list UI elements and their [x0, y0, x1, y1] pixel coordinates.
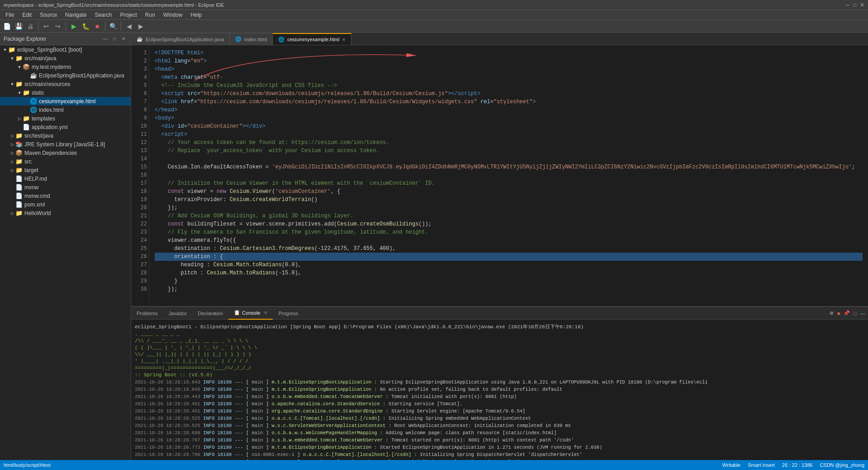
menu-search[interactable]: Search — [91, 11, 115, 19]
tree-icon: 📚 — [15, 141, 23, 148]
tree-icon: 📁 — [15, 167, 23, 173]
tree-item-mvnw[interactable]: 📄 mvnw — [0, 183, 131, 192]
line-number-4: 4 — [133, 73, 147, 82]
console-stop-btn[interactable]: ■ — [836, 310, 841, 317]
tab-application-java[interactable]: ☕ EclipseSpringBoot1Application.java — [131, 33, 230, 45]
code-line-20: }); — [155, 204, 863, 212]
window-controls[interactable]: ─ □ ✕ — [845, 2, 864, 8]
console-maximize-btn[interactable]: □ — [853, 310, 858, 317]
line-number-17: 17 — [133, 179, 147, 187]
toolbar-print[interactable]: 🖨 — [25, 21, 35, 31]
console-pin-btn[interactable]: 📌 — [843, 309, 851, 317]
menu-run[interactable]: Run — [142, 11, 159, 19]
line-number-10: 10 — [133, 122, 147, 130]
sidebar-maximize-btn[interactable]: □ — [111, 35, 118, 43]
log-entry: 2021-10-26 18:28:20.451 INFO 18180 --- [… — [135, 408, 864, 415]
toolbar-stop[interactable]: ■ — [92, 21, 102, 31]
tree-label: static — [32, 90, 44, 96]
tab-javadoc[interactable]: Javadoc — [163, 307, 192, 320]
toolbar-redo[interactable]: ↪ — [53, 21, 63, 31]
tab-progress-label: Progress — [278, 311, 298, 316]
code-line-22: const buildingTileset = viewer.scene.pri… — [155, 220, 863, 228]
tree-icon: 🌐 — [30, 98, 37, 105]
minimize-button[interactable]: ─ — [845, 2, 849, 8]
tree-item-maven-dependencies[interactable]: ▷ 📦 Maven Dependencies — [0, 149, 131, 157]
line-number-15: 15 — [133, 163, 147, 171]
log-entry: 2021-10-26 18:28:20.525 INFO 18180 --- [… — [135, 415, 864, 422]
menu-file[interactable]: File — [2, 11, 18, 19]
tree-item-pom-xml[interactable]: 📄 pom.xml — [0, 200, 131, 209]
tree-arrow: ▷ — [9, 168, 15, 173]
tree-item-help-md[interactable]: 📄 HELP.md — [0, 174, 131, 183]
title-bar: myworkspace - eclipse_SpringBoot1/src/ma… — [0, 0, 868, 10]
code-line-9: <body> — [155, 114, 863, 122]
tree-arrow: ▷ — [9, 142, 15, 147]
tree-arrow: ▷ — [9, 151, 15, 155]
tree-item-target[interactable]: ▷ 📁 target — [0, 166, 131, 174]
tree-item-my-test-mydemo[interactable]: ▼ 📦 my.test.mydemo — [0, 62, 131, 71]
toolbar-undo[interactable]: ↩ — [41, 21, 51, 31]
tree-item-src-test-java[interactable]: ▷ 📁 src/test/java — [0, 131, 131, 140]
tab-problems[interactable]: Problems — [131, 307, 163, 320]
toolbar-save[interactable]: 💾 — [14, 21, 24, 31]
console-content: eclipse_SpringBoot1 - EclipseSpringBoot1… — [131, 320, 868, 460]
tree-item-templates[interactable]: ▷ 📁 templates — [0, 114, 131, 123]
code-line-24: viewer.camera.flyTo({ — [155, 236, 863, 245]
tree-item-eclipsespringboot1application-java[interactable]: ☕ EclipseSpringBoot1Application.java — [0, 71, 131, 80]
toolbar-debug[interactable]: 🐛 — [81, 21, 90, 31]
console-minimize-btn[interactable]: — — [859, 310, 866, 317]
toolbar-search[interactable]: 🔍 — [108, 21, 118, 31]
tree-item-application-yml[interactable]: 📄 application.yml — [0, 123, 131, 131]
line-number-22: 22 — [133, 220, 147, 228]
tab-index-html[interactable]: 🌐 index.html — [230, 33, 273, 45]
line-number-18: 18 — [133, 187, 147, 196]
sidebar-close-btn[interactable]: ✕ — [120, 35, 127, 43]
toolbar-run[interactable]: ▶ — [69, 21, 79, 31]
package-explorer-panel: Package Explorer — □ ✕ ▼ 📁 eclipse_Sprin… — [0, 33, 131, 460]
menu-window[interactable]: Window — [160, 11, 186, 19]
menu-help[interactable]: Help — [187, 11, 206, 19]
tree-label: Maven Dependencies — [24, 150, 77, 156]
menu-project[interactable]: Project — [116, 11, 140, 19]
menu-navigate[interactable]: Navigate — [62, 11, 90, 19]
code-line-25: destination : Cesium.Cartesian3.fromDegr… — [155, 245, 863, 253]
tree-item-jre-system-library--javase-1-8-[interactable]: ▷ 📚 JRE System Library [JavaSE-1.8] — [0, 140, 131, 149]
tree-item-static[interactable]: ▼ 📁 static — [0, 88, 131, 97]
maximize-button[interactable]: □ — [853, 2, 856, 8]
tree-item-src-main-java[interactable]: ▼ 📁 src/main/java — [0, 54, 131, 62]
tree-item-eclipse-springboot1--boot-[interactable]: ▼ 📁 eclipse_SpringBoot1 [boot] — [0, 45, 131, 54]
toolbar-back[interactable]: ◀ — [124, 21, 134, 31]
close-button[interactable]: ✕ — [860, 2, 864, 8]
toolbar-new[interactable]: 📄 — [2, 21, 12, 31]
sidebar-minimize-btn[interactable]: — — [102, 35, 109, 43]
tree-label: pom.xml — [24, 201, 45, 208]
log-entry: 2021-10-26 18:28:29.796 INFO 18180 --- [… — [135, 458, 864, 460]
tree-arrow: ▼ — [2, 48, 8, 52]
tree-item-helloworld[interactable]: ▷ 📁 HelloWorld — [0, 209, 131, 217]
line-number-5: 5 — [133, 82, 147, 90]
tree-item-src-main-resources[interactable]: ▼ 📁 src/main/resources — [0, 80, 131, 88]
tab-declaration[interactable]: Declaration — [192, 307, 228, 320]
code-line-30: }); — [155, 285, 863, 293]
line-number-12: 12 — [133, 139, 147, 147]
tree-item-index-html[interactable]: 🌐 index.html — [0, 106, 131, 114]
menu-bar: File Edit Source Navigate Search Project… — [0, 10, 868, 20]
tab-console[interactable]: 📋 Console ✕ — [228, 307, 273, 320]
menu-edit[interactable]: Edit — [19, 11, 35, 19]
code-content[interactable]: <!DOCTYPE html><html lang="en"><head> <m… — [149, 45, 868, 306]
tree-item-mvnw-cmd[interactable]: 📄 mvnw.cmd — [0, 192, 131, 200]
tree-item-cesiummyexample-html[interactable]: 🌐 cesiummyexample.html — [0, 97, 131, 106]
tree-arrow: ▼ — [16, 91, 23, 95]
tab-console-close[interactable]: ✕ — [264, 310, 267, 315]
toolbar-forward[interactable]: ▶ — [136, 21, 146, 31]
menu-source[interactable]: Source — [36, 11, 61, 19]
tab-cesium-html[interactable]: 🌐 cesiummyexample.html ✕ — [273, 33, 351, 45]
tree-item-src[interactable]: ▷ 📁 src — [0, 157, 131, 166]
tab-close-btn[interactable]: ✕ — [342, 37, 346, 42]
tree-arrow: ▷ — [9, 134, 15, 138]
code-line-14 — [155, 155, 863, 163]
tab-progress[interactable]: Progress — [273, 307, 304, 320]
console-clear-btn[interactable]: ⊗ — [829, 309, 835, 317]
line-number-25: 25 — [133, 245, 147, 253]
spring-boot-logo: . ____ _ __ _ _ /\\ / ___'_ __ _ _(_)_ _… — [135, 331, 864, 379]
